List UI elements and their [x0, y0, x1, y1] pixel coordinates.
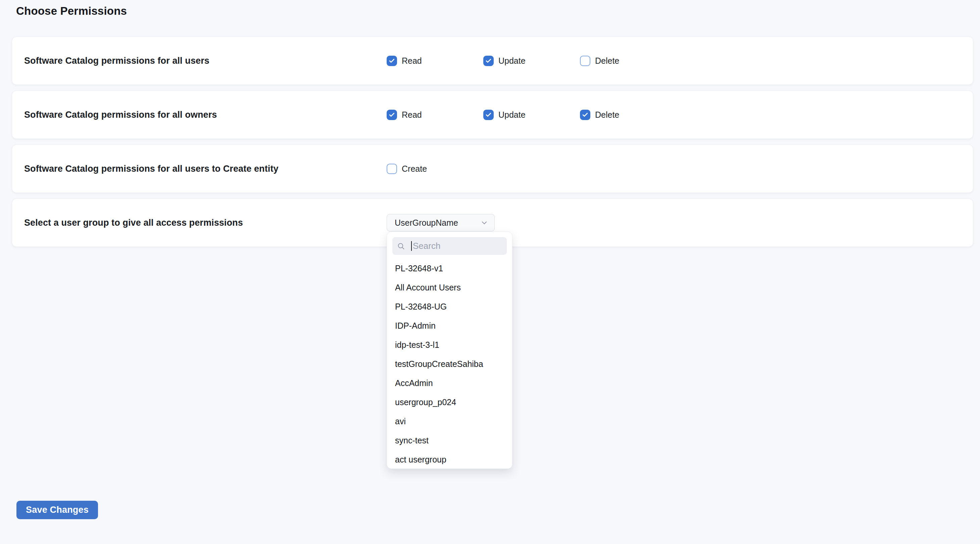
- update-checkbox-item[interactable]: Update: [483, 56, 580, 66]
- user-group-option[interactable]: testGroupCreateSahiba: [387, 355, 512, 374]
- read-checkbox-item[interactable]: Read: [387, 56, 483, 66]
- delete-checkbox[interactable]: [580, 109, 590, 120]
- read-checkbox[interactable]: [387, 56, 397, 66]
- search-placeholder: Search: [413, 241, 440, 251]
- user-group-option[interactable]: usergroup_p024: [387, 393, 512, 412]
- card-all-users-permissions: Software Catalog permissions for all use…: [12, 36, 973, 85]
- checkbox-label: Create: [402, 164, 427, 174]
- checkbox-label: Read: [402, 56, 422, 66]
- chevron-down-icon: [480, 219, 488, 227]
- read-checkbox-item[interactable]: Read: [387, 109, 483, 120]
- user-group-option[interactable]: avi: [387, 412, 512, 431]
- card-title: Select a user group to give all access p…: [24, 218, 243, 228]
- update-checkbox[interactable]: [483, 56, 494, 66]
- user-group-dropdown[interactable]: UserGroupName: [387, 214, 495, 232]
- search-input[interactable]: Search: [392, 237, 507, 255]
- user-group-dropdown-panel: Search PL-32648-v1All Account UsersPL-32…: [387, 232, 512, 469]
- read-checkbox[interactable]: [387, 109, 397, 120]
- update-checkbox-item[interactable]: Update: [483, 109, 580, 120]
- user-group-option[interactable]: All Account Users: [387, 278, 512, 297]
- delete-checkbox[interactable]: [580, 56, 590, 66]
- check-icon: [389, 58, 395, 64]
- checkbox-row: Read Update Delete: [387, 91, 676, 138]
- checkbox-label: Update: [498, 110, 526, 120]
- checkbox-label: Update: [498, 56, 526, 66]
- create-checkbox-item[interactable]: Create: [387, 164, 483, 174]
- check-icon: [582, 112, 588, 118]
- checkbox-row: Read Update Delete: [387, 37, 676, 84]
- checkbox-row: Create: [387, 145, 483, 192]
- user-group-option[interactable]: IDP-Admin: [387, 316, 512, 335]
- user-group-list: PL-32648-v1All Account UsersPL-32648-UGI…: [387, 255, 512, 469]
- page-title: Choose Permissions: [16, 5, 127, 17]
- checkbox-label: Delete: [595, 110, 619, 120]
- user-group-option[interactable]: idp-test-3-l1: [387, 335, 512, 355]
- text-cursor: [411, 241, 412, 251]
- user-group-option[interactable]: PL-32648-UG: [387, 297, 512, 316]
- check-icon: [485, 58, 492, 64]
- card-create-entity-permission: Software Catalog permissions for all use…: [12, 144, 973, 193]
- user-group-option[interactable]: AccAdmin: [387, 374, 512, 393]
- checkbox-label: Delete: [595, 56, 619, 66]
- delete-checkbox-item[interactable]: Delete: [580, 56, 676, 66]
- delete-checkbox-item[interactable]: Delete: [580, 109, 676, 120]
- create-checkbox[interactable]: [387, 164, 397, 174]
- user-group-option[interactable]: sync-test: [387, 431, 512, 450]
- update-checkbox[interactable]: [483, 109, 494, 120]
- user-group-option[interactable]: act usergroup: [387, 450, 512, 469]
- card-all-owners-permissions: Software Catalog permissions for all own…: [12, 90, 973, 139]
- check-icon: [389, 112, 395, 118]
- card-title: Software Catalog permissions for all use…: [24, 164, 278, 174]
- check-icon: [485, 112, 492, 118]
- card-title: Software Catalog permissions for all own…: [24, 109, 217, 120]
- user-group-option[interactable]: PL-32648-v1: [387, 259, 512, 278]
- save-changes-button[interactable]: Save Changes: [16, 501, 98, 519]
- card-title: Software Catalog permissions for all use…: [24, 56, 209, 66]
- search-icon: [397, 242, 405, 250]
- checkbox-label: Read: [402, 110, 422, 120]
- dropdown-selected-value: UserGroupName: [395, 218, 458, 228]
